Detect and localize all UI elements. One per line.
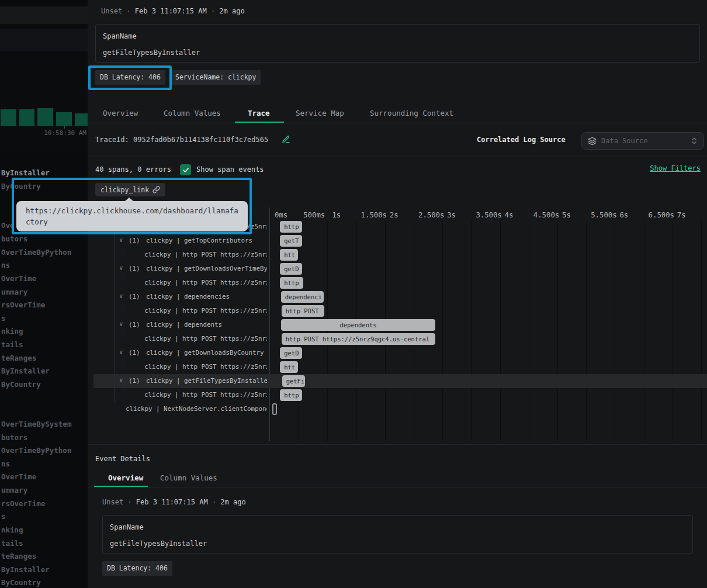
chevron-down-icon[interactable]: ∨	[119, 320, 123, 328]
span-row[interactable]: clickpy | http POST https://z5nrz	[95, 304, 267, 318]
span-row[interactable]: ∨(1)clickpy | getDownloadsOverTimeByS	[95, 262, 267, 276]
clickpy-link-label: clickpy_link	[100, 186, 149, 194]
sidebar-item[interactable]: Ove	[1, 221, 15, 230]
span-row[interactable]: ∨(1)clickpy | getDownloadsByCountry	[95, 346, 267, 360]
span-duration-bar[interactable]: http	[280, 277, 303, 289]
sidebar-item[interactable]: OverTimeByPython	[1, 248, 71, 257]
tab-trace[interactable]: Trace	[248, 109, 270, 117]
sidebar-item[interactable]: tails	[1, 539, 23, 548]
tree-connector	[123, 385, 123, 394]
span-duration-bar[interactable]	[272, 403, 277, 415]
timeline-tick-label: 7s	[677, 211, 686, 219]
timeline-tick-label: 1.500s	[361, 211, 387, 219]
sidebar-item[interactable]: butors	[1, 433, 27, 442]
timeline-gridline	[644, 220, 644, 441]
span-duration-bar[interactable]: getD	[280, 263, 302, 275]
sidebar-item[interactable]: OverTimeByPython	[1, 446, 71, 455]
span-duration-bar[interactable]: http POST	[282, 305, 324, 317]
span-duration-bar[interactable]: htt	[280, 249, 298, 261]
sidebar-item[interactable]: s	[1, 314, 6, 323]
timeline-gridline	[500, 220, 501, 441]
chart-axis	[0, 126, 88, 126]
section-divider	[88, 444, 707, 445]
sidebar-item[interactable]: teRanges	[1, 354, 36, 362]
clickpy-link-chip[interactable]: clickpy_link	[95, 183, 165, 196]
span-duration-bar[interactable]: http POST https://z5nrz9qgc4.us-central	[282, 333, 436, 345]
span-name-label: SpanName	[103, 32, 137, 40]
sidebar-item[interactable]: nking	[1, 525, 23, 534]
tab-overview[interactable]: Overview	[108, 473, 143, 482]
sidebar-item[interactable]: ByCountry	[1, 182, 41, 191]
edit-trace-id-button[interactable]	[282, 135, 290, 144]
sidebar-item[interactable]: ByInstaller	[1, 168, 50, 177]
span-duration-bar[interactable]: http	[280, 221, 301, 233]
sidebar-item[interactable]: OverTime	[1, 274, 36, 283]
sidebar-item[interactable]: rsOverTime	[1, 300, 45, 309]
span-duration-bar[interactable]: getFi	[282, 375, 305, 387]
sidebar-item[interactable]: ns	[1, 459, 10, 468]
tab-column-values[interactable]: Column Values	[160, 473, 217, 482]
trace-id: TraceId: 0952fad0b67b114138fc110f3c7ed56…	[95, 136, 268, 144]
timeline-tick-label: 4s	[505, 211, 514, 219]
span-label: clickpy | dependents	[146, 321, 222, 328]
sidebar-item[interactable]: butors	[1, 234, 27, 243]
tree-connector	[123, 329, 123, 338]
sidebar-item[interactable]: ummary	[1, 486, 27, 494]
tab-column-values[interactable]: Column Values	[164, 109, 221, 117]
sidebar-item[interactable]: ByInstaller	[1, 565, 50, 574]
span-row[interactable]: ∨(1)clickpy | getTopContributors	[95, 234, 267, 248]
span-row[interactable]: ∨(1)clickpy | dependencies	[95, 290, 267, 304]
tabbar-border	[88, 123, 707, 123]
span-event-count: (1)	[129, 349, 140, 357]
span-duration-bar[interactable]: getT	[280, 235, 302, 247]
tab-service-map[interactable]: Service Map	[296, 109, 344, 117]
span-duration-bar[interactable]: dependenci	[281, 291, 324, 303]
span-row[interactable]: clickpy | http POST https://z5nrz	[95, 388, 267, 402]
sidebar-item[interactable]: ns	[1, 261, 10, 269]
chevron-down-icon[interactable]: ∨	[119, 348, 123, 356]
chevron-down-icon[interactable]: ∨	[119, 292, 123, 300]
db-latency-badge[interactable]: DB Latency: 406	[102, 561, 172, 576]
sidebar-item[interactable]: OverTimeBySystem	[1, 420, 71, 428]
db-latency-badge[interactable]: DB Latency: 406	[95, 70, 165, 85]
sidebar-item[interactable]: rsOverTime	[1, 499, 45, 508]
sidebar-item[interactable]: tails	[1, 340, 23, 349]
link-icon	[153, 186, 160, 193]
span-duration-bar[interactable]: dependents	[281, 319, 436, 331]
span-label: clickpy | http POST https://z5nrz	[144, 251, 267, 258]
chevron-down-icon[interactable]: ∨	[119, 264, 123, 272]
span-name-label: SpanName	[110, 523, 144, 531]
sidebar-item[interactable]: ummary	[1, 288, 27, 296]
chevron-down-icon[interactable]: ∨	[119, 376, 123, 384]
sidebar-item[interactable]: OverTime	[1, 472, 36, 481]
tab-surrounding-context[interactable]: Surrounding Context	[370, 109, 453, 117]
show-filters-link[interactable]: Show Filters	[650, 164, 701, 172]
span-label: clickpy | http POST https://z5nrz	[144, 391, 267, 399]
chevron-down-icon[interactable]: ∨	[119, 236, 123, 244]
span-row[interactable]: clickpy | http POST https://z5nrz	[95, 276, 267, 290]
show-span-events-checkbox[interactable]	[180, 164, 191, 175]
sidebar-item[interactable]: ByCountry	[1, 578, 41, 587]
service-name-badge[interactable]: ServiceName: clickpy	[171, 70, 261, 85]
checkmark-icon	[182, 167, 189, 174]
span-duration-bar[interactable]: http	[280, 389, 302, 401]
sidebar-item[interactable]: nking	[1, 327, 23, 335]
span-label: clickpy | dependencies	[146, 293, 230, 300]
span-duration-bar[interactable]: htt	[280, 361, 298, 373]
span-row[interactable]: ∨(1)clickpy | getFileTypesByInstaller	[95, 374, 267, 388]
sidebar-item[interactable]: ByInstaller	[1, 366, 50, 375]
sidebar-item[interactable]: teRanges	[1, 552, 36, 561]
span-row[interactable]: clickpy | http POST https://z5nrz	[95, 360, 267, 374]
span-row[interactable]: ∨(1)clickpy | dependents	[95, 318, 267, 332]
span-row[interactable]: clickpy | http POST https://z5nrz	[95, 332, 267, 346]
sidebar-item[interactable]: ByCountry	[1, 380, 41, 389]
span-row[interactable]: clickpy | http POST https://z5nrz	[95, 248, 267, 262]
span-duration-bar[interactable]: getD	[280, 347, 302, 359]
event-status-line: Unset · Feb 3 11:07:15 AM · 2m ago	[101, 7, 245, 15]
show-span-events-label[interactable]: Show span events	[196, 165, 264, 174]
pencil-icon	[282, 135, 290, 144]
span-row[interactable]: clickpy | NextNodeServer.clientCompone	[95, 402, 267, 416]
sidebar-item[interactable]: s	[1, 512, 6, 521]
tab-overview[interactable]: Overview	[103, 109, 138, 117]
data-source-select[interactable]: Data Source	[581, 132, 704, 150]
